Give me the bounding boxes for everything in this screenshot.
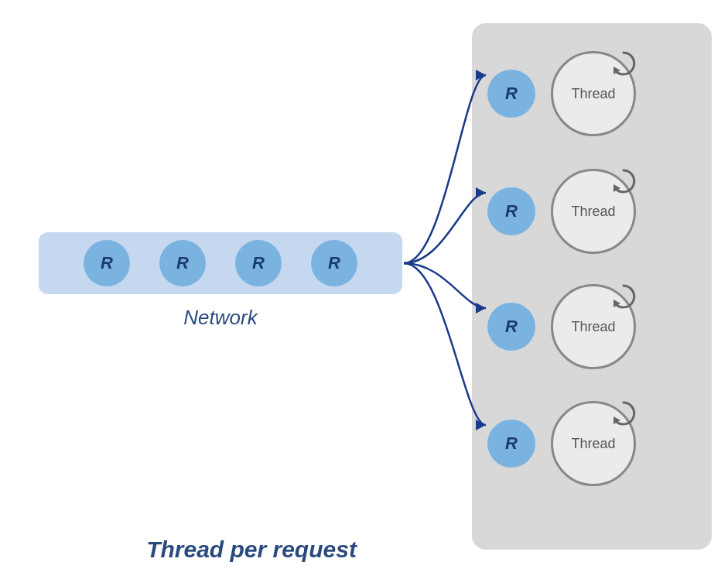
diagram-container: R R R R Network R Thread R Thread R — [0, 0, 728, 586]
thread-arrow-icon-1 — [610, 50, 637, 77]
network-label: Network — [39, 306, 402, 330]
pool-r-4: R — [487, 420, 535, 468]
pool-r-1: R — [487, 70, 535, 118]
thread-circle-2: Thread — [551, 169, 636, 254]
thread-label-2: Thread — [571, 204, 615, 220]
diagram-title: Thread per request — [0, 536, 503, 563]
thread-circle-1: Thread — [551, 51, 636, 136]
thread-row-2: R Thread — [487, 169, 636, 254]
thread-circle-3: Thread — [551, 284, 636, 369]
thread-label-4: Thread — [571, 436, 615, 452]
network-request-3: R — [235, 240, 282, 286]
network-bar: R R R R — [39, 232, 402, 294]
thread-circle-4: Thread — [551, 401, 636, 486]
network-request-2: R — [159, 240, 206, 286]
thread-row-4: R Thread — [487, 401, 636, 486]
thread-label-3: Thread — [571, 319, 615, 335]
thread-row-3: R Thread — [487, 284, 636, 369]
thread-arrow-icon-3 — [610, 283, 637, 310]
pool-r-2: R — [487, 187, 535, 235]
thread-arrow-icon-4 — [610, 399, 637, 427]
pool-r-3: R — [487, 303, 535, 351]
thread-label-1: Thread — [571, 86, 615, 102]
thread-arrow-icon-2 — [610, 167, 637, 195]
network-request-4: R — [311, 240, 357, 286]
network-request-1: R — [84, 240, 130, 286]
thread-row-1: R Thread — [487, 51, 636, 136]
